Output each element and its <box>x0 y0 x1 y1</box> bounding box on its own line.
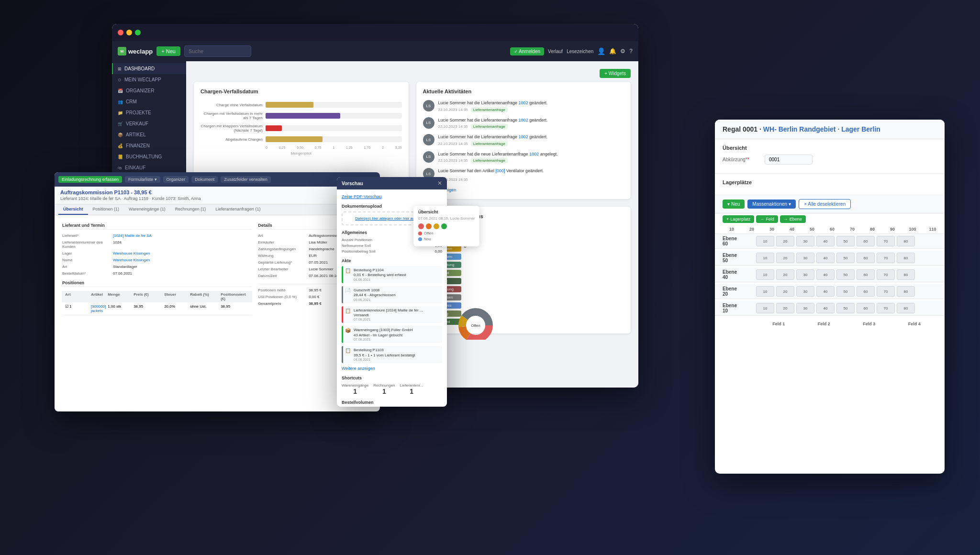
sidebar-item-crm[interactable]: 👥 CRM <box>112 96 186 107</box>
activity-link-4[interactable]: 1002 <box>529 152 539 156</box>
wh-neu-button[interactable]: ▾ Neu <box>723 200 745 209</box>
tab-rechnungen[interactable]: Rechnungen (1) <box>170 204 211 215</box>
wh-add-ebene-button[interactable]: → Ebene <box>780 215 806 223</box>
wh-cell-10-20[interactable]: 20 <box>776 303 794 313</box>
wh-cell-50-20[interactable]: 20 <box>776 253 794 263</box>
tab-lieferantenanfragen[interactable]: Lieferantenanfragen (1) <box>211 204 265 215</box>
wh-cell-60-20[interactable]: 20 <box>776 236 794 246</box>
wh-alle-deselektieren-button[interactable]: × Alle deselektieren <box>799 199 851 209</box>
wh-cell-20-60[interactable]: 60 <box>857 286 875 297</box>
user-icon[interactable]: 👤 <box>597 47 605 55</box>
activity-link-2[interactable]: 1002 <box>519 118 528 122</box>
sidebar-item-organizer[interactable]: 📅 ORGANIZER <box>112 85 186 96</box>
formularliste-button[interactable]: Formularliste ▾ <box>125 176 160 183</box>
activity-link-1[interactable]: 1002 <box>519 100 528 105</box>
wh-cell-40-70[interactable]: 70 <box>877 269 895 280</box>
sidebar-item-buchhaltung[interactable]: 📒 BUCHHALTUNG <box>112 151 186 162</box>
lesezeichen-link[interactable]: Lesezeichen <box>567 49 593 54</box>
sidebar-item-dashboard[interactable]: ⊞ DASHBOARD <box>112 63 186 74</box>
settings-icon[interactable]: ⚙ <box>620 48 625 55</box>
wh-cell-10-30[interactable]: 30 <box>796 303 814 313</box>
wh-abkuerzung-input[interactable] <box>765 155 813 165</box>
akte-item-3[interactable]: 📋 Lieferantenretoure [1024] Maille de fe… <box>342 306 442 323</box>
wh-cell-40-60[interactable]: 60 <box>857 269 875 280</box>
wh-cell-40-80[interactable]: 80 <box>897 269 915 280</box>
tab-wareneingaenge[interactable]: Wareneingänge (1) <box>124 204 170 215</box>
shortcut-wareneingaenge[interactable]: Wareneingänge 1 <box>342 383 368 395</box>
wh-cell-10-80[interactable]: 80 <box>897 303 915 313</box>
wh-cell-10-70[interactable]: 70 <box>877 303 895 313</box>
search-input[interactable] <box>184 45 251 57</box>
wh-cell-40-40[interactable]: 40 <box>816 269 835 280</box>
wh-cell-50-50[interactable]: 50 <box>836 253 855 263</box>
close-dot[interactable] <box>118 30 123 35</box>
wh-cell-50-10[interactable]: 10 <box>756 253 774 263</box>
wh-cell-20-70[interactable]: 70 <box>877 286 895 297</box>
dokument-button[interactable]: Dokument <box>191 176 218 183</box>
einladungsrechnung-button[interactable]: Einladungsrechnung erfassen <box>58 176 122 183</box>
pdf-link[interactable]: Zeige PDF-Vorschau <box>342 194 382 199</box>
wh-cell-50-40[interactable]: 40 <box>816 253 835 263</box>
wh-cell-50-80[interactable]: 80 <box>897 253 915 263</box>
wh-cell-20-50[interactable]: 50 <box>836 286 855 297</box>
wh-cell-60-80[interactable]: 80 <box>897 236 915 246</box>
activity-link-3[interactable]: 1002 <box>519 134 528 139</box>
sidebar-item-verkauf[interactable]: 🛒 VERKAUF <box>112 118 186 129</box>
verlauf-link[interactable]: Verlauf <box>548 49 563 54</box>
wh-cell-50-30[interactable]: 30 <box>796 253 814 263</box>
wh-cell-60-70[interactable]: 70 <box>877 236 895 246</box>
sidebar-item-mein-weclapp[interactable]: ⊙ MEIN WECLAPP <box>112 74 186 85</box>
weiteres-aktivitaeten-button[interactable]: Weitere anzeigen <box>423 188 624 192</box>
activity-link-5[interactable]: [000] <box>496 168 505 173</box>
wh-cell-40-10[interactable]: 10 <box>756 269 774 280</box>
wh-cell-20-80[interactable]: 80 <box>897 286 915 297</box>
sidebar-item-projekte[interactable]: 📁 PROJEKTE <box>112 107 186 118</box>
wh-cell-40-20[interactable]: 20 <box>776 269 794 280</box>
akte-item-5[interactable]: 📋 Bestellung P1103 39,5 € - 1 • 1 vom Li… <box>342 346 442 363</box>
wh-cell-60-30[interactable]: 30 <box>796 236 814 246</box>
wh-cell-20-20[interactable]: 20 <box>776 286 794 297</box>
akte-item-4[interactable]: 📦 Wareneingang [1003] Füller GmbH 43 Art… <box>342 326 442 343</box>
minimize-dot[interactable] <box>126 30 132 35</box>
wh-cell-20-40[interactable]: 40 <box>816 286 835 297</box>
name-form-value[interactable]: Warehouse Kissingen <box>113 258 150 262</box>
wh-cell-40-30[interactable]: 30 <box>796 269 814 280</box>
wh-massenaktionen-button[interactable]: Massenaktionen ▾ <box>747 200 796 209</box>
wh-cell-60-60[interactable]: 60 <box>857 236 875 246</box>
akte-item-2[interactable]: 📄 Gutschrift 1008 28,44 € - Abgeschlosse… <box>342 286 442 303</box>
wh-cell-10-50[interactable]: 50 <box>836 303 855 313</box>
help-icon[interactable]: ? <box>629 48 633 55</box>
wh-cell-40-50[interactable]: 50 <box>836 269 855 280</box>
wh-cell-10-40[interactable]: 40 <box>816 303 835 313</box>
sidebar-item-artikel[interactable]: 📦 ARTIKEL <box>112 129 186 140</box>
new-button[interactable]: + Neu <box>156 46 180 56</box>
bell-icon[interactable]: 🔔 <box>609 48 616 55</box>
weiteres-akte-button[interactable]: Weitere anzeigen <box>342 366 442 371</box>
pos-artikel-1[interactable]: [900000] jackets <box>91 304 106 313</box>
wh-add-lagerplatz-button[interactable]: + Lagerplatz <box>723 215 754 223</box>
wh-cell-60-40[interactable]: 40 <box>816 236 835 246</box>
wh-cell-50-70[interactable]: 70 <box>877 253 895 263</box>
wh-cell-10-60[interactable]: 60 <box>857 303 875 313</box>
zusatzfelder-button[interactable]: Zusatzfelder verwalten <box>221 176 271 183</box>
wh-cell-60-10[interactable]: 10 <box>756 236 774 246</box>
wh-cell-50-60[interactable]: 60 <box>857 253 875 263</box>
organizer-button[interactable]: Organizer <box>163 176 189 183</box>
wh-cell-20-10[interactable]: 10 <box>756 286 774 297</box>
wh-cell-20-30[interactable]: 30 <box>796 286 814 297</box>
anmelden-button[interactable]: ✓ Anmelden <box>510 47 544 56</box>
widgets-button[interactable]: + Widgets <box>600 69 631 78</box>
wh-cell-60-50[interactable]: 50 <box>836 236 855 246</box>
sidebar-item-finanzen[interactable]: 💰 FINANZEN <box>112 140 186 151</box>
lieferant-value[interactable]: [1024] Maille de fer SA <box>113 233 152 238</box>
tab-uebersicht[interactable]: Übersicht <box>58 204 88 215</box>
shortcut-rechnungen[interactable]: Rechnungen 1 <box>373 383 395 395</box>
akte-item-1[interactable]: 📋 Bestellung P1104 0,01 € - Bestellung w… <box>342 266 442 283</box>
lager-form-value[interactable]: Warehouse Kissingen <box>113 251 150 255</box>
preview-close-button[interactable]: ✕ <box>437 180 442 187</box>
sidebar-item-einkauf[interactable]: 🛍 EINKAUF <box>112 162 186 173</box>
shortcut-lieferantenr[interactable]: Lieferantenr... 1 <box>400 383 423 395</box>
tab-positionen[interactable]: Positionen (1) <box>88 204 124 215</box>
wh-add-feld-button[interactable]: → Feld <box>756 215 778 223</box>
maximize-dot[interactable] <box>135 30 141 35</box>
